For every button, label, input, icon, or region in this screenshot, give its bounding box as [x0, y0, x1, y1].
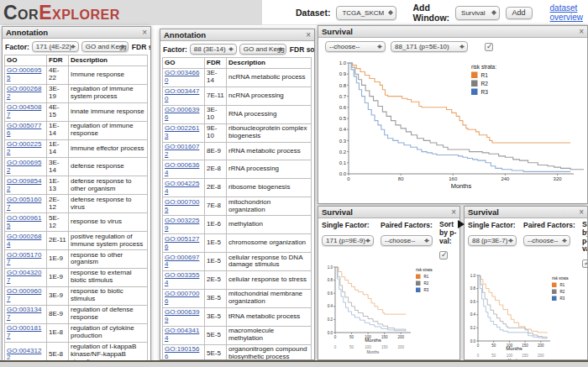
svg-text:1.0: 1.0 [328, 265, 333, 270]
go-term-link[interactable]: GO:0009615 [7, 214, 41, 229]
single-factor-label: Single Factor: [322, 221, 374, 229]
svg-text:150: 150 [381, 345, 388, 349]
add-window-select[interactable]: Survival [455, 6, 499, 20]
svg-text:320: 320 [554, 176, 563, 181]
logo-part-cor: Cor [3, 2, 39, 24]
go-term-link[interactable]: GO:0002684 [7, 233, 41, 248]
svg-text:0.2: 0.2 [328, 317, 333, 322]
survival-controls: --choose-- 88_171 (p=5E-10) [318, 38, 587, 55]
fdr-value: 1E-5 [205, 234, 227, 253]
close-icon[interactable]: × [579, 28, 584, 36]
svg-text:0.6: 0.6 [470, 300, 476, 304]
go-term-link[interactable]: GO:0043122 [7, 347, 41, 362]
svg-text:R2: R2 [424, 281, 429, 286]
go-term-link[interactable]: GO:0031347 [7, 306, 41, 321]
go-term-link[interactable]: GO:0051607 [7, 196, 41, 211]
svg-text:100: 100 [507, 354, 513, 358]
window-titlebar[interactable]: Annotation × [160, 29, 314, 41]
window-titlebar[interactable]: Survival × [318, 26, 587, 38]
go-term-link[interactable]: GO:0033554 [165, 271, 199, 286]
go-term-link[interactable]: GO:0006955 [7, 66, 41, 81]
go-term-link[interactable]: GO:0006396 [165, 106, 199, 121]
go-term-link[interactable]: GO:0051707 [7, 251, 41, 266]
window-titlebar[interactable]: Survival × [318, 207, 459, 218]
go-term-link[interactable]: GO:0006974 [165, 254, 199, 269]
go-term-link[interactable]: GO:0098542 [7, 177, 41, 192]
go-term-link[interactable]: GO:0022613 [165, 124, 199, 139]
single-factor-select[interactable]: 171 (p=9E-9) [322, 235, 374, 246]
expand-arrow-icon[interactable] [458, 220, 465, 228]
km-plot-small: 1.00.80.60.40.20.0050100150200Months0501… [465, 272, 587, 360]
svg-text:Months: Months [367, 350, 381, 354]
go-term-link[interactable]: GO:0006952 [7, 159, 41, 174]
go-term-link[interactable]: GO:0045087 [7, 103, 41, 118]
table-row: GO:00226139E-10ribonucleoprotein complex… [163, 123, 312, 142]
svg-text:200: 200 [398, 335, 405, 339]
ontology-select[interactable]: GO and Kegg [239, 44, 286, 55]
single-factor-label: Single Factor: [468, 221, 517, 229]
single-factor-select[interactable]: --choose-- [325, 41, 386, 52]
window-title: Annotation [164, 30, 206, 39]
go-term-link[interactable]: GO:1901566 [165, 345, 199, 360]
go-description: ribosome biogenesis [227, 179, 312, 197]
go-term-link[interactable]: GO:0001817 [7, 324, 41, 339]
table-row: GO:00026823E-19regulation of immune syst… [5, 84, 148, 102]
single-factor-select[interactable]: 88 (p=3E-7) [468, 235, 517, 246]
sort-group: Sort by p-val: [439, 221, 458, 262]
svg-text:150: 150 [522, 354, 528, 358]
go-annotation-table: GOFDRDescriptionGO:00069554E-22Immune re… [4, 55, 148, 367]
fdr-value: 1E-8 [47, 323, 69, 342]
paired-factors-select[interactable]: --choose-- [523, 235, 570, 246]
svg-text:200: 200 [398, 345, 405, 349]
go-description: response to biotic stimulus [69, 286, 148, 305]
column-header: FDR [205, 58, 227, 69]
window-titlebar[interactable]: Annotation × [3, 27, 150, 39]
go-term-link[interactable]: GO:0034470 [165, 87, 199, 102]
ontology-select[interactable]: GO and Kegg [81, 41, 129, 52]
dataset-select[interactable]: TCGA_SKCM [336, 6, 396, 20]
fdr-value: 4E-22 [47, 66, 69, 84]
select-arrows-icon [562, 236, 567, 245]
paired-factors-select[interactable]: 88_171 (p=5E-10) [391, 41, 468, 52]
sort-by-pval-checkbox[interactable] [582, 260, 588, 268]
go-term-link[interactable]: GO:0043207 [7, 269, 41, 284]
factor-select[interactable]: 88 (3E-14) [190, 44, 237, 55]
dataset-overview-link[interactable]: dataset overview [550, 3, 588, 22]
paired-factors-select[interactable]: --choose-- [381, 235, 433, 246]
go-term-link[interactable]: GO:0002252 [7, 140, 41, 155]
sort-by-pval-checkbox[interactable] [439, 251, 448, 260]
go-term-link[interactable]: GO:0007005 [165, 198, 199, 213]
fdr-value: 1E-13 [47, 176, 69, 195]
close-icon[interactable]: × [306, 31, 311, 39]
go-annotation-table: GOFDRDescriptionGO:00346603E-14ncRNA met… [162, 57, 312, 360]
go-term-link[interactable]: GO:0002682 [7, 85, 41, 100]
go-description: cellular response to stress [227, 270, 312, 289]
survival-controls: Single Factor: 171 (p=9E-9) Paired Facto… [318, 218, 459, 262]
sort-group: Sort by p-val: [582, 221, 588, 270]
go-term-link[interactable]: GO:0009607 [7, 287, 41, 302]
factor-select[interactable]: 171 (4E-22) [32, 41, 79, 52]
window-title: Survival [322, 27, 353, 36]
close-icon[interactable]: × [142, 29, 147, 37]
go-term-link[interactable]: GO:0032259 [165, 217, 199, 232]
go-term-link[interactable]: GO:0050776 [7, 122, 41, 137]
sort-by-pval-checkbox[interactable] [485, 43, 493, 51]
go-term-link[interactable]: GO:0043414 [165, 327, 199, 342]
add-window-label: Add Window: [412, 3, 449, 23]
close-icon[interactable]: × [451, 208, 456, 217]
go-term-link[interactable]: GO:0042254 [165, 180, 199, 195]
go-term-link[interactable]: GO:0016072 [165, 143, 199, 158]
go-term-link[interactable]: GO:0006399 [165, 308, 199, 323]
fdr-value: 3E-5 [205, 289, 227, 307]
window-title: Survival [322, 207, 353, 217]
go-term-link[interactable]: GO:0007006 [165, 290, 199, 305]
window-titlebar[interactable]: Survival × [465, 207, 587, 218]
fdr-value: 3E-14 [205, 68, 227, 87]
top-header-bar: CorExplorer Dataset: TCGA_SKCM Add Windo… [0, 0, 588, 25]
go-term-link[interactable]: GO:0051276 [165, 235, 199, 250]
table-row: GO:00985421E-13defense response to other… [5, 176, 148, 195]
go-term-link[interactable]: GO:0034660 [165, 69, 199, 84]
go-term-link[interactable]: GO:0006364 [165, 161, 199, 176]
add-button[interactable]: Add [506, 7, 533, 19]
close-icon[interactable]: × [579, 208, 584, 217]
